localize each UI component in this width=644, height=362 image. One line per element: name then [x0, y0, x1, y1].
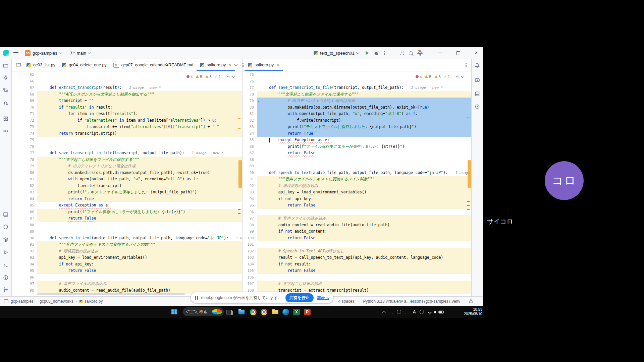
- ai-assistant-tool-icon[interactable]: [473, 76, 481, 84]
- code-line-81[interactable]: 81 with open(output_file_path, "w", enco…: [12, 176, 242, 183]
- ime-indicator[interactable]: A: [413, 310, 416, 314]
- line-number[interactable]: 75: [243, 71, 257, 78]
- horizontal-scrollbar[interactable]: [37, 293, 185, 295]
- code-line-78[interactable]: 78 """文字起こし結果をファイルに保存する""": [12, 157, 242, 163]
- code-line-95[interactable]: 95 return False: [243, 202, 471, 209]
- line-number[interactable]: 88: [12, 222, 37, 229]
- code-line-83[interactable]: 83 print(f"テキストファイルに保存しました: {output_file…: [12, 189, 242, 196]
- code-line-107[interactable]: 107 # 文字起こし結果の抽出: [243, 281, 471, 287]
- settings-gear-icon[interactable]: [417, 50, 423, 56]
- line-number[interactable]: 88: [243, 157, 257, 163]
- code-line-83[interactable]: 83 print(f"テキストファイルに保存しました: {output_file…: [243, 124, 471, 130]
- code-line-90[interactable]: 90def speech_to_text(audio_file_path, ou…: [243, 170, 471, 176]
- lock-icon[interactable]: [469, 299, 473, 303]
- code-line-82[interactable]: 82 f.write(transcript): [12, 183, 242, 189]
- line-number[interactable]: 90: [12, 235, 37, 242]
- code-line-82[interactable]: 82 f.write(transcript): [243, 117, 471, 124]
- code-line-85[interactable]: 85 except Exception as e:: [243, 137, 471, 143]
- line-number[interactable]: 76: [12, 143, 37, 150]
- structure-tool-icon[interactable]: [2, 86, 10, 94]
- tray-app-icon[interactable]: [420, 310, 424, 314]
- tray-expand-icon[interactable]: [382, 311, 385, 314]
- inlay-hint[interactable]: 1 usage new *: [122, 85, 161, 89]
- error-stripe-mark[interactable]: [467, 201, 470, 202]
- python-packages-tool-icon[interactable]: [2, 236, 10, 244]
- code-line-67[interactable]: 67def extract_transcript(result):1 usage…: [12, 84, 242, 91]
- line-number[interactable]: 96: [12, 274, 37, 281]
- tab-saikoro.py[interactable]: saikoro.py×: [245, 59, 283, 71]
- debug-button[interactable]: [374, 50, 379, 56]
- code-line-98[interactable]: 98 audio_content = read_audio_file(audio…: [243, 222, 471, 229]
- code-line-87[interactable]: 87 return False: [12, 215, 242, 222]
- tab-close-icon[interactable]: ×: [277, 63, 279, 68]
- code-line-84[interactable]: 84 return True: [12, 196, 242, 202]
- powerpoint-button[interactable]: P: [303, 308, 311, 316]
- line-number[interactable]: 107: [243, 281, 257, 287]
- error-stripe-mark[interactable]: [238, 209, 240, 210]
- tray-app-icon[interactable]: [397, 310, 401, 314]
- line-number[interactable]: 95: [243, 202, 257, 209]
- line-number[interactable]: 83: [12, 189, 37, 196]
- window-maximize-button[interactable]: [451, 47, 465, 59]
- editor-pane-left[interactable]: 656667def extract_transcript(result):1 u…: [12, 71, 242, 296]
- line-number[interactable]: 106: [243, 274, 257, 281]
- code-line-89[interactable]: 89: [243, 163, 471, 170]
- warning-stripe-mark[interactable]: [238, 118, 240, 119]
- code-line-80[interactable]: 80 os.makedirs(os.path.dirname(output_fi…: [12, 170, 242, 176]
- previous-problem-icon[interactable]: [456, 75, 459, 79]
- edge-button[interactable]: [282, 308, 290, 316]
- more-actions-icon[interactable]: [384, 51, 385, 55]
- inspections-widget[interactable]: 4 5 3 ✓1: [416, 74, 464, 79]
- select-opened-file-icon[interactable]: [16, 62, 21, 68]
- more-tools-icon[interactable]: [2, 127, 10, 135]
- line-number[interactable]: 70: [12, 104, 37, 111]
- line-number[interactable]: 68: [12, 91, 37, 98]
- code-line-96[interactable]: 96: [12, 274, 242, 281]
- line-number[interactable]: 82: [243, 117, 257, 124]
- line-number[interactable]: 82: [12, 183, 37, 189]
- task-view-button[interactable]: [225, 308, 233, 316]
- taskbar-search-box[interactable]: 検索: [183, 307, 224, 316]
- code-line-96[interactable]: 96: [243, 209, 471, 216]
- version-control-tool-icon[interactable]: [2, 286, 10, 294]
- line-number[interactable]: 80: [243, 104, 257, 111]
- line-number[interactable]: 90: [243, 170, 257, 176]
- scrollbar-thumb[interactable]: [238, 160, 242, 188]
- tab-saikoro.py[interactable]: saikoro.py×: [197, 59, 235, 71]
- main-menu-icon[interactable]: [13, 51, 18, 55]
- network-volume-battery-icons[interactable]: [428, 310, 445, 314]
- line-number[interactable]: 86: [12, 209, 37, 216]
- line-number[interactable]: 98: [12, 287, 37, 294]
- services-tool-icon[interactable]: [2, 223, 10, 231]
- line-number[interactable]: 85: [243, 137, 257, 143]
- code-line-93[interactable]: 93 api_key = load_environment_variables(…: [12, 254, 242, 261]
- project-tool-icon[interactable]: [2, 61, 10, 69]
- code-line-86[interactable]: 86 print(f"ファイル保存中にエラーが発生しました: {str(e)}"…: [243, 143, 471, 150]
- gradle-tool-icon[interactable]: [473, 103, 481, 111]
- line-number[interactable]: 97: [243, 215, 257, 222]
- folder-shortcut-button[interactable]: [271, 308, 279, 316]
- breadcrumb-item[interactable]: saikoro.py: [79, 299, 103, 304]
- code-line-79[interactable]: 79✳ # 出力ディレクトリがない場合は作成: [243, 98, 471, 104]
- line-number[interactable]: 103: [243, 254, 257, 261]
- search-highlights-icon[interactable]: [212, 309, 222, 314]
- stop-sharing-button[interactable]: 共有を停止: [285, 293, 314, 302]
- line-number[interactable]: 92: [12, 248, 37, 255]
- taskbar-clock[interactable]: 10:53 2025/05/10: [460, 307, 482, 316]
- code-line-95[interactable]: 95 return False: [12, 267, 242, 274]
- database-tool-icon[interactable]: [473, 90, 481, 98]
- code-line-88[interactable]: 88: [243, 157, 471, 163]
- breadcrumb-item[interactable]: gcp-samples: [11, 299, 34, 304]
- code-line-86[interactable]: 86 print(f"ファイル保存中にエラーが発生しました: {str(e)}"…: [12, 209, 242, 216]
- code-line-79[interactable]: 79 # 出力ディレクトリがない場合は作成: [12, 163, 242, 170]
- next-problem-icon[interactable]: [461, 74, 465, 78]
- inspections-widget[interactable]: 4 5 3 ✓1: [186, 74, 235, 79]
- hide-banner-link[interactable]: 非表示: [317, 295, 329, 301]
- code-line-85[interactable]: 85 except Exception as e:: [12, 202, 242, 209]
- add-user-icon[interactable]: [399, 51, 404, 55]
- line-number[interactable]: 74: [12, 130, 37, 137]
- code-line-70[interactable]: 70 if "results" in result:: [12, 104, 242, 111]
- code-line-72[interactable]: 72 if "alternatives" in item and len(ite…: [12, 117, 242, 124]
- line-number[interactable]: 105: [243, 267, 257, 274]
- code-line-80[interactable]: 80 os.makedirs(os.path.dirname(output_fi…: [243, 104, 471, 111]
